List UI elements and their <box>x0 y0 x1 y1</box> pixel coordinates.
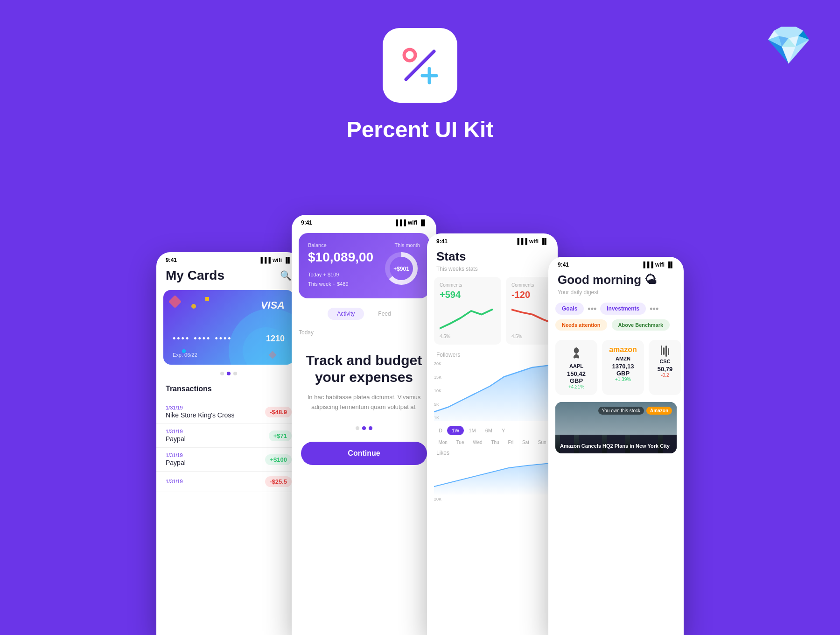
phone-good-morning: 9:41 ▐▐▐ wifi ▐▌ Good morning 🌤 Your dai… <box>548 257 684 635</box>
badges-row: Needs attention Above Benchmark <box>548 317 684 335</box>
battery-icon-4: ▐▌ <box>666 261 674 268</box>
svg-point-0 <box>404 49 415 61</box>
donut-chart: +$901 <box>383 250 420 287</box>
stats-title: Stats <box>436 249 548 264</box>
goals-more-icon[interactable]: ••• <box>588 304 596 314</box>
budget-header-card: Balance $10,089,00 Today + $109 This wee… <box>299 233 429 298</box>
likes-label: Likes <box>427 447 558 459</box>
news-card[interactable]: You own this stock Amazon Amazon Cancels… <box>555 402 677 453</box>
status-bar-4: 9:41 ▐▐▐ wifi ▐▌ <box>548 257 684 270</box>
tab-investments[interactable]: Investments <box>600 303 646 315</box>
time-tabs-row: D 1W 1M 6M Y <box>427 423 558 437</box>
status-bar-3: 9:41 ▐▐▐ wifi ▐▌ <box>427 233 558 247</box>
txn-amount-1: -$48.9 <box>265 407 292 417</box>
hero-title: Percent UI Kit <box>347 117 494 142</box>
signal-icon-3: ▐▐▐ <box>515 238 527 245</box>
status-bar-1: 9:41 ▐▐▐ wifi ▐▌ <box>156 252 301 266</box>
page-indicators <box>292 419 436 437</box>
tab-feed[interactable]: Feed <box>369 308 400 320</box>
transaction-item: 1/31/19 Paypal +$100 <box>156 448 301 472</box>
dot-3 <box>233 372 237 375</box>
invest-badge: Above Benchmark <box>612 319 670 331</box>
wifi-icon-4: wifi <box>655 261 665 268</box>
stock-csc[interactable]: CSC 50,79 -0.2 <box>649 340 681 395</box>
time-tab-y[interactable]: Y <box>497 426 510 435</box>
txn-amount-2: +$71 <box>269 430 292 441</box>
aapl-ticker: AAPL <box>561 363 592 369</box>
txn-name-3: Paypal <box>166 459 186 466</box>
visa-card: VISA •••• •••• •••• 1210 Exp. 06/22 <box>163 290 294 365</box>
battery-icon-3: ▐▌ <box>540 238 548 245</box>
news-title: Amazon Cancels HQ2 Plans in New York Cit… <box>560 443 672 449</box>
stock-aapl[interactable]: AAPL 150,42 GBP +4.21% <box>555 340 597 395</box>
wifi-icon-3: wifi <box>529 238 539 245</box>
followers-label: Followers <box>427 349 558 360</box>
stat-label-1: Comments <box>440 282 496 288</box>
transaction-item: 1/31/19 -$25.5 <box>156 472 301 492</box>
stats-subtitle: This weeks stats <box>436 266 548 272</box>
transactions-title: Transactions <box>156 385 301 400</box>
balance-sub: Today + $109 This week + $489 <box>308 272 373 287</box>
search-icon[interactable]: 🔍 <box>280 270 292 281</box>
time-tab-d[interactable]: D <box>434 426 447 435</box>
good-morning-subtitle: Your daily digest <box>558 289 674 296</box>
time-tab-1m[interactable]: 1M <box>464 426 480 435</box>
indicator-dot-3 <box>369 426 372 430</box>
amzn-change: +1.39% <box>608 377 638 382</box>
wifi-icon: wifi <box>273 257 282 263</box>
time-tab-6m[interactable]: 6M <box>481 426 497 435</box>
visa-logo: VISA <box>261 299 285 311</box>
phones-container: 9:41 ▐▐▐ wifi ▐▌ My Cards 🔍 <box>0 215 840 635</box>
this-month-label: This month <box>383 242 420 248</box>
my-cards-title: My Cards <box>166 268 224 283</box>
hero-title: Track and budget your expenses <box>301 352 427 386</box>
amzn-ticker: AMZN <box>608 356 638 361</box>
sketch-icon: 💎 <box>765 23 812 67</box>
csc-logo <box>654 346 676 357</box>
card-page-indicator <box>156 372 301 375</box>
good-morning-header: Good morning 🌤 Your daily digest <box>548 270 684 300</box>
tab-goals[interactable]: Goals <box>555 303 584 315</box>
mini-chart-1 <box>440 304 496 332</box>
card-last-four: 1210 <box>266 334 285 344</box>
time-tab-1w[interactable]: 1W <box>447 426 464 435</box>
continue-button[interactable]: Continue <box>301 442 427 465</box>
stat-card-comments-pos: Comments +594 4.5% <box>434 277 501 345</box>
app-icon <box>383 28 457 103</box>
txn-date-4: 1/31/19 <box>166 479 183 484</box>
status-bar-2: 9:41 ▐▐▐ wifi ▐▌ <box>292 215 436 228</box>
txn-amount-4: -$25.5 <box>265 476 292 487</box>
aapl-change: +4.21% <box>561 384 592 389</box>
txn-date-1: 1/31/19 <box>166 405 234 410</box>
stat-value-1: +594 <box>440 289 496 300</box>
txn-name-2: Paypal <box>166 435 186 443</box>
phone-my-cards: 9:41 ▐▐▐ wifi ▐▌ My Cards 🔍 <box>156 252 301 635</box>
x-axis-labels: Mon Tue Wed Thu Fri Sat Sun <box>427 437 558 447</box>
svg-text:+$901: +$901 <box>393 266 409 272</box>
txn-amount-3: +$100 <box>265 454 292 465</box>
investments-more-icon[interactable]: ••• <box>650 304 658 314</box>
phone-stats: 9:41 ▐▐▐ wifi ▐▌ Stats This weeks stats … <box>427 233 558 635</box>
signal-icon-2: ▐▐▐ <box>394 219 406 226</box>
today-section-label: Today <box>292 325 436 338</box>
aapl-logo <box>561 346 592 361</box>
stats-grid: Comments +594 4.5% Comments -120 4.5% <box>427 277 558 349</box>
today-amount: Today + $109 <box>308 272 373 277</box>
own-stock-badge: You own this stock <box>598 407 644 415</box>
hero-section: Percent UI Kit <box>0 0 840 161</box>
signal-icon: ▐▐▐ <box>259 257 271 263</box>
week-amount: This week + $489 <box>308 281 373 287</box>
balance-label: Balance <box>308 242 373 248</box>
status-icons-1: ▐▐▐ wifi ▐▌ <box>259 257 292 263</box>
phone-budget: 9:41 ▐▐▐ wifi ▐▌ Balance $10,089,00 Toda… <box>292 215 436 635</box>
tab-activity[interactable]: Activity <box>328 308 364 320</box>
card-expiry: Exp. 06/22 <box>173 352 197 358</box>
stock-amzn[interactable]: amazon AMZN 1370,13 GBP +1.39% <box>602 340 644 395</box>
transaction-item: 1/31/19 Paypal +$71 <box>156 424 301 448</box>
time-4: 9:41 <box>558 261 569 268</box>
battery-icon-2: ▐▌ <box>419 219 427 226</box>
card-number-dots: •••• •••• •••• <box>173 334 232 344</box>
time-1: 9:41 <box>166 257 177 263</box>
dot-1 <box>220 372 224 375</box>
time-2: 9:41 <box>301 219 312 226</box>
